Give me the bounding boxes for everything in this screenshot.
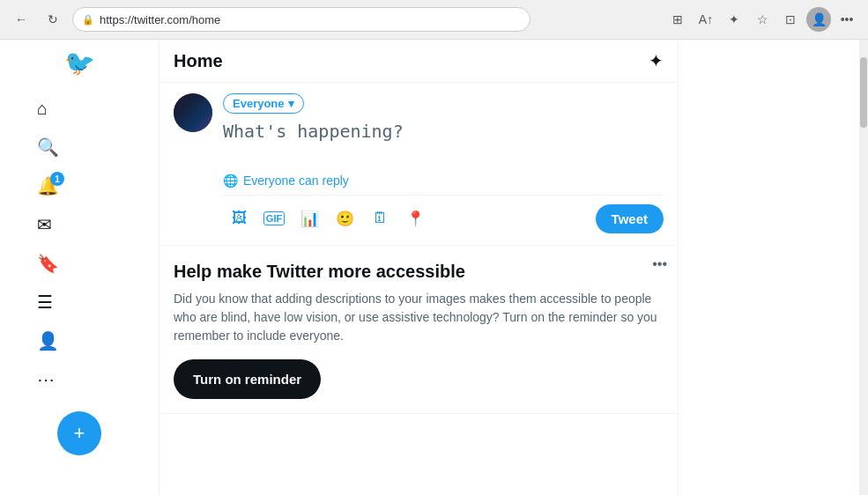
sidebar-item-messages[interactable]: ✉ [28, 207, 150, 242]
avatar-image [174, 93, 212, 132]
refresh-button[interactable]: ↻ [41, 7, 65, 32]
card-menu-icon: ••• [652, 256, 667, 271]
sidebar-item-bookmarks[interactable]: 🔖 [28, 246, 150, 281]
main-layout: 🐦 ⌂ 🔍 🔔 1 ✉ 🔖 ☰ [0, 40, 868, 495]
sidebar-item-lists[interactable]: ☰ [28, 284, 150, 320]
notification-badge: 1 [50, 172, 64, 186]
lock-icon: 🔒 [82, 14, 94, 26]
favorites-button[interactable]: ✦ [722, 7, 746, 32]
sidebar-item-profile[interactable]: 👤 [28, 323, 150, 358]
card-menu-button[interactable]: ••• [652, 256, 667, 272]
composer-tools: 🖼 GIF 📊 🙂 🗓 [223, 203, 431, 234]
collections-button[interactable]: ⊡ [778, 7, 803, 32]
browser-more-button[interactable]: ••• [835, 7, 859, 32]
browser-chrome: ← ↻ 🔒 https://twitter.com/home ⊞ A↑ ✦ ☆ … [0, 0, 868, 40]
sidebar-item-search[interactable]: 🔍 [28, 129, 150, 165]
composer-right: Everyone ▾ 🌐 Everyone can reply 🖼 [223, 93, 664, 234]
audience-selector[interactable]: Everyone ▾ [223, 93, 304, 114]
sidebar-item-more[interactable]: ⋯ [28, 362, 150, 397]
card-title: Help make Twitter more accessible [174, 260, 664, 283]
poll-icon: 📊 [300, 210, 319, 228]
home-icon: ⌂ [37, 99, 48, 119]
browser-toolbar-right: ⊞ A↑ ✦ ☆ ⊡ 👤 ••• [665, 7, 859, 32]
emoji-tool-button[interactable]: 🙂 [329, 203, 360, 234]
tweet-composer: Everyone ▾ 🌐 Everyone can reply 🖼 [160, 83, 678, 246]
scrollbar-thumb[interactable] [860, 57, 867, 128]
reply-info[interactable]: 🌐 Everyone can reply [223, 174, 664, 188]
messages-icon: ✉ [37, 214, 52, 235]
scrollbar-track[interactable] [859, 40, 868, 495]
lists-icon: ☰ [37, 292, 53, 313]
sparkle-button[interactable]: ✦ [649, 50, 664, 71]
search-icon: 🔍 [37, 137, 59, 158]
reader-mode-button[interactable]: A↑ [694, 7, 718, 32]
composer-avatar [174, 93, 212, 132]
sidebar-item-notifications[interactable]: 🔔 1 [28, 168, 150, 203]
sidebar: 🐦 ⌂ 🔍 🔔 1 ✉ 🔖 ☰ [0, 40, 159, 495]
sparkle-icon: ✦ [649, 51, 664, 70]
chevron-down-icon: ▾ [288, 97, 294, 110]
audience-label: Everyone [233, 97, 285, 110]
compose-button[interactable]: + [57, 411, 101, 455]
tweet-button[interactable]: Tweet [596, 204, 664, 233]
composer-top: Everyone ▾ 🌐 Everyone can reply 🖼 [174, 93, 664, 234]
gif-tool-button[interactable]: GIF [258, 203, 290, 234]
card-description: Did you know that adding descriptions to… [174, 290, 664, 345]
notifications-icon: 🔔 1 [37, 175, 59, 196]
more-icon: ⋯ [37, 369, 55, 390]
globe-icon: 🌐 [223, 174, 238, 188]
sidebar-item-home[interactable]: ⌂ [28, 92, 150, 126]
bookmarks-icon: 🔖 [37, 253, 59, 274]
schedule-tool-button[interactable]: 🗓 [364, 203, 396, 234]
browser-profile-icon[interactable]: 👤 [806, 7, 831, 32]
poll-tool-button[interactable]: 📊 [293, 203, 325, 234]
page-title: Home [174, 51, 223, 71]
gif-icon: GIF [263, 211, 285, 225]
back-button[interactable]: ← [9, 7, 33, 32]
emoji-icon: 🙂 [336, 210, 354, 228]
schedule-icon: 🗓 [373, 210, 388, 227]
compose-icon: + [74, 422, 85, 445]
image-tool-button[interactable]: 🖼 [223, 203, 255, 234]
content-header: Home ✦ [160, 40, 678, 83]
twitter-logo[interactable]: 🐦 [64, 48, 95, 78]
location-tool-button[interactable]: 📍 [399, 203, 431, 234]
add-tab-button[interactable]: ⊞ [665, 7, 690, 32]
reply-info-text: Everyone can reply [243, 174, 349, 188]
main-content: Home ✦ Everyone ▾ 🌐 Ever [159, 40, 679, 495]
location-icon: 📍 [406, 210, 425, 228]
address-bar[interactable]: 🔒 https://twitter.com/home [72, 7, 530, 32]
composer-toolbar: 🖼 GIF 📊 🙂 🗓 [223, 203, 664, 234]
profile-icon: 👤 [37, 330, 59, 351]
url-text: https://twitter.com/home [100, 13, 220, 26]
star-button[interactable]: ☆ [750, 7, 775, 32]
sidebar-nav: ⌂ 🔍 🔔 1 ✉ 🔖 ☰ 👤 [0, 92, 159, 397]
image-icon: 🖼 [232, 210, 247, 227]
right-panel [679, 40, 859, 495]
reminder-button[interactable]: Turn on reminder [174, 359, 321, 399]
tweet-input[interactable] [223, 121, 664, 163]
composer-divider [223, 195, 664, 196]
accessibility-card: ••• Help make Twitter more accessible Di… [160, 246, 678, 414]
